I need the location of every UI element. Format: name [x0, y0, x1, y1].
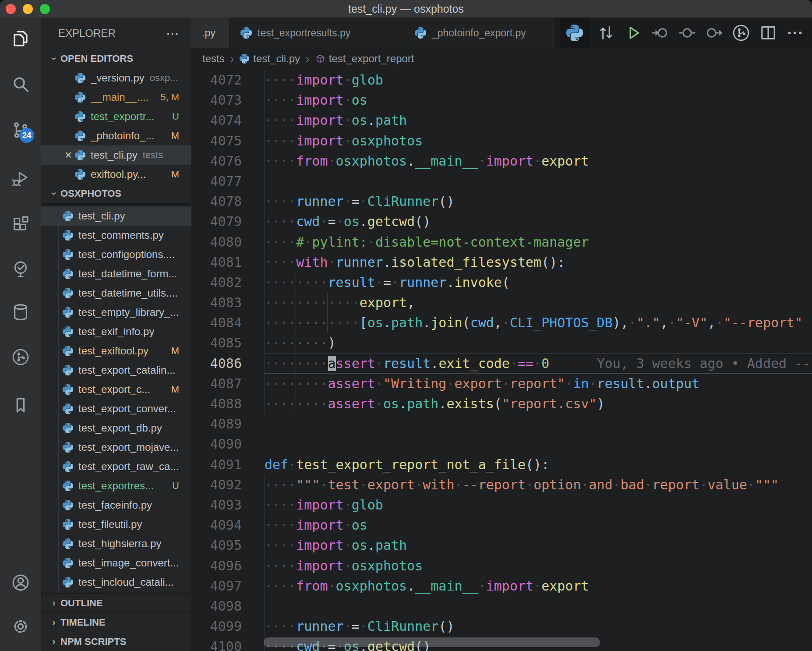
code-line-4095[interactable]: 4095····import·os.path — [191, 535, 812, 555]
code-content[interactable]: ····import·glob — [265, 495, 812, 515]
code-content[interactable]: ····"""·test·export·with·--report·option… — [265, 475, 812, 495]
swap-vertical-icon[interactable] — [596, 23, 616, 43]
line-number[interactable]: 4096 — [191, 556, 242, 576]
code-content[interactable]: ········result·=·runner.invoke( — [265, 272, 812, 293]
zoom-window-button[interactable] — [40, 4, 50, 14]
code-content[interactable]: ········assert·os.path.exists("report.cs… — [265, 394, 812, 414]
horizontal-scrollbar[interactable] — [264, 637, 600, 647]
line-number[interactable]: 4092 — [191, 475, 242, 495]
breadcrumb-item-test-cli-py[interactable]: test_cli.py — [240, 53, 300, 65]
code-content[interactable]: ····runner·=·CliRunner() — [265, 616, 812, 637]
tree-item-test-comments-py[interactable]: test_comments.py — [41, 226, 191, 245]
code-line-4097[interactable]: 4097····from·osxphotos.__main__·import·e… — [191, 576, 812, 596]
code-line-4091[interactable]: 4091def·test_export_report_not_a_file(): — [191, 455, 812, 475]
line-number[interactable]: 4085 — [191, 333, 242, 353]
breadcrumb-item-tests[interactable]: tests — [202, 53, 225, 65]
line-number[interactable]: 4093 — [191, 495, 242, 515]
code-line-4082[interactable]: 4082········result·=·runner.invoke( — [191, 272, 812, 293]
tree-item-test-datetime-form[interactable]: test_datetime_form... — [41, 264, 191, 283]
line-number[interactable]: 4082 — [191, 272, 242, 293]
more-actions-icon[interactable] — [785, 23, 805, 43]
code-content[interactable]: ····import·osxphotos — [265, 131, 812, 151]
tree-item-test-export-catalin[interactable]: test_export_catalin... — [41, 361, 191, 380]
minimize-window-button[interactable] — [23, 4, 33, 14]
run-debug-icon[interactable] — [11, 169, 31, 189]
section-header-outline[interactable]: ›OUTLINE — [41, 593, 191, 612]
open-editor-item[interactable]: test_exportr...U — [41, 107, 191, 126]
code-line-4093[interactable]: 4093····import·glob — [191, 495, 812, 515]
code-line-4096[interactable]: 4096····import·osxphotos — [191, 556, 812, 576]
tree-item-test-exif-info-py[interactable]: test_exif_info.py — [41, 322, 191, 341]
tree-item-test-export-mojave[interactable]: test_export_mojave... — [41, 438, 191, 457]
line-number[interactable]: 4077 — [191, 171, 242, 191]
code-line-4074[interactable]: 4074····import·os.path — [191, 110, 812, 131]
tree-item-test-export-c[interactable]: test_export_c...M — [41, 380, 191, 399]
views-and-more-actions-icon[interactable]: ⋯ — [166, 26, 180, 41]
tree-item-test-cli-py[interactable]: test_cli.py — [41, 206, 191, 226]
code-line-4092[interactable]: 4092····"""·test·export·with·--report·op… — [191, 475, 812, 495]
code-editor[interactable]: 4072····import·glob4073····import·os4074… — [191, 69, 812, 651]
code-line-4072[interactable]: 4072····import·glob — [191, 70, 812, 90]
tree-item-test-highsierra-py[interactable]: test_highsierra.py — [41, 534, 191, 553]
code-line-4086[interactable]: 4086········assert·result.exit_code·==·0… — [191, 354, 812, 374]
line-number[interactable]: 4097 — [191, 576, 242, 596]
code-line-4090[interactable]: 4090 — [191, 434, 812, 454]
line-number[interactable]: 4079 — [191, 212, 242, 232]
testing-icon[interactable] — [11, 259, 31, 280]
section-header-npm-scripts[interactable]: ›NPM SCRIPTS — [41, 632, 191, 651]
code-content[interactable]: ····with·runner.isolated_filesystem(): — [265, 252, 812, 272]
code-content[interactable]: def·test_export_report_not_a_file(): — [265, 455, 812, 475]
line-number[interactable]: 4088 — [191, 394, 242, 414]
line-number[interactable]: 4073 — [191, 90, 242, 110]
code-content[interactable] — [265, 596, 812, 616]
search-icon[interactable] — [11, 74, 31, 94]
tab-test_exportresults-py[interactable]: test_exportresults.py — [230, 18, 404, 48]
settings-gear-icon[interactable] — [11, 616, 31, 637]
python-icon[interactable] — [560, 18, 589, 48]
tree-item-test-datetime-utils[interactable]: test_datetime_utils.... — [41, 283, 191, 303]
code-content[interactable]: ····from·osxphotos.__main__·import·expor… — [265, 576, 812, 596]
code-content[interactable]: ····import·os.path — [265, 535, 812, 555]
line-number[interactable]: 4091 — [191, 455, 242, 475]
code-line-4077[interactable]: 4077 — [191, 171, 812, 191]
line-number[interactable]: 4078 — [191, 191, 242, 212]
code-line-4081[interactable]: 4081····with·runner.isolated_filesystem(… — [191, 252, 812, 272]
extensions-icon[interactable] — [11, 214, 31, 234]
line-number[interactable]: 4087 — [191, 374, 242, 394]
breadcrumb-item-test-export-report[interactable]: test_export_report — [315, 53, 414, 65]
code-line-4073[interactable]: 4073····import·os — [191, 90, 812, 110]
code-content[interactable]: ············[os.path.join(cwd,·CLI_PHOTO… — [265, 313, 812, 333]
line-number[interactable]: 4080 — [191, 232, 242, 252]
tree-item-test-incloud-catali[interactable]: test_incloud_catali... — [41, 573, 191, 592]
section-header-timeline[interactable]: ›TIMELINE — [41, 612, 191, 632]
tree-item-test-image-convert[interactable]: test_image_convert... — [41, 553, 191, 573]
source-control-icon[interactable]: 24 — [11, 120, 31, 140]
open-editor-item[interactable]: exiftool.py...M — [41, 165, 191, 184]
tree-item-test-exiftool-py[interactable]: test_exiftool.pyM — [41, 341, 191, 361]
line-number[interactable]: 4094 — [191, 515, 242, 535]
line-number[interactable]: 4100 — [191, 637, 242, 651]
code-content[interactable]: ····runner·=·CliRunner() — [265, 191, 812, 212]
tree-item-test-exportres[interactable]: test_exportres...U — [41, 476, 191, 495]
code-line-4088[interactable]: 4088········assert·os.path.exists("repor… — [191, 394, 812, 414]
code-content[interactable]: ····cwd·=·os.getcwd() — [265, 212, 812, 232]
code-content[interactable]: ····import·os.path — [265, 110, 812, 131]
open-editor-item[interactable]: ×test_cli.pytests — [41, 145, 191, 165]
code-content[interactable] — [265, 414, 812, 434]
line-number[interactable]: 4098 — [191, 596, 242, 616]
project-section-header[interactable]: › OSXPHOTOS — [41, 184, 191, 203]
tree-item-test-export-raw-ca[interactable]: test_export_raw_ca... — [41, 457, 191, 476]
account-icon[interactable] — [11, 573, 31, 593]
circle-dash-icon[interactable] — [677, 23, 697, 43]
tree-item-test-fileutil-py[interactable]: test_fileutil.py — [41, 515, 191, 534]
tab-py[interactable]: .py — [191, 18, 230, 48]
code-content[interactable]: ····#·pylint:·disable=not-context-manage… — [265, 232, 812, 252]
git-graph-icon[interactable] — [11, 347, 31, 367]
code-line-4076[interactable]: 4076····from·osxphotos.__main__·import·e… — [191, 151, 812, 171]
line-number[interactable]: 4075 — [191, 131, 242, 151]
open-editor-item[interactable]: __main__....5, M — [41, 88, 191, 107]
line-number[interactable]: 4074 — [191, 110, 242, 131]
code-line-4079[interactable]: 4079····cwd·=·os.getcwd() — [191, 212, 812, 232]
code-content[interactable]: ····import·osxphotos — [265, 556, 812, 576]
code-content[interactable] — [265, 171, 812, 191]
